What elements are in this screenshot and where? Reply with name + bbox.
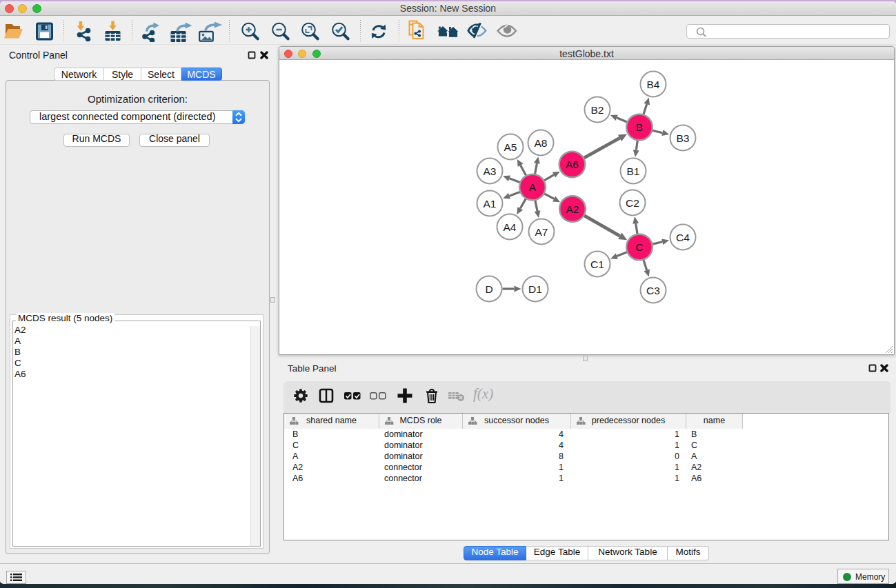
svg-text:A8: A8 <box>535 137 548 149</box>
svg-text:D: D <box>485 283 492 295</box>
svg-text:A2: A2 <box>566 203 579 215</box>
svg-text:B: B <box>636 121 643 133</box>
svg-text:A6: A6 <box>566 159 579 170</box>
svg-text:A7: A7 <box>535 226 548 238</box>
svg-text:B3: B3 <box>677 132 690 144</box>
svg-text:C1: C1 <box>590 258 604 270</box>
svg-text:B2: B2 <box>591 104 604 116</box>
svg-text:A5: A5 <box>504 141 517 153</box>
svg-text:C3: C3 <box>646 285 660 296</box>
svg-text:D1: D1 <box>528 283 542 295</box>
svg-text:C2: C2 <box>626 197 639 209</box>
svg-text:A: A <box>529 181 537 193</box>
svg-text:B1: B1 <box>627 165 640 177</box>
svg-text:C4: C4 <box>676 232 690 243</box>
svg-text:B4: B4 <box>647 79 660 90</box>
svg-text:A3: A3 <box>484 165 497 177</box>
svg-text:A1: A1 <box>484 198 497 210</box>
svg-text:C: C <box>635 241 643 253</box>
svg-text:A4: A4 <box>504 221 517 233</box>
